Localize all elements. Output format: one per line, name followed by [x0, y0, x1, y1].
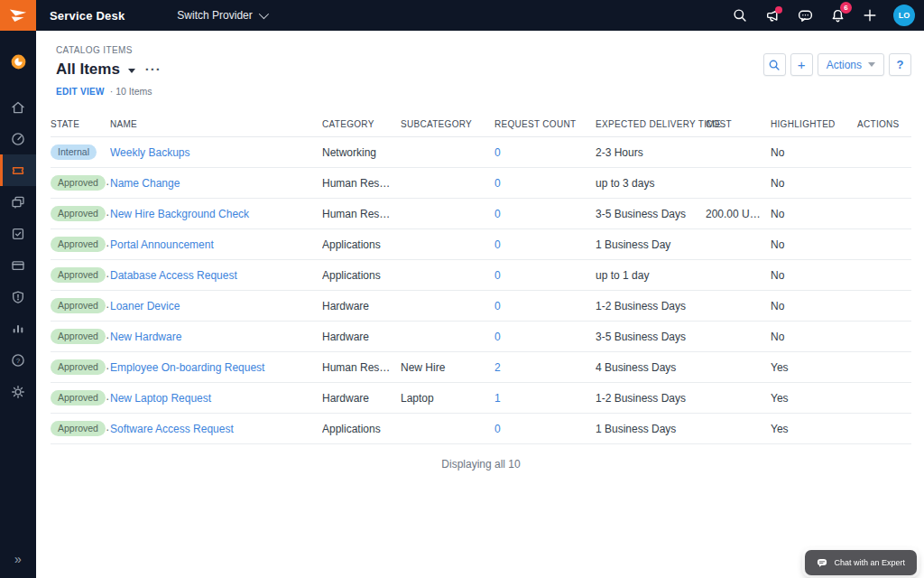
highlighted-cell: No [771, 177, 857, 190]
left-sidebar: ?» [0, 31, 36, 578]
state-badge: Approved [51, 267, 106, 284]
category-cell: Hardware [322, 300, 401, 312]
column-header-subcategory[interactable]: SUBCATEGORY [401, 119, 494, 129]
item-name-link[interactable]: New Hire Background Check [110, 208, 249, 220]
table-row[interactable]: Internal Weekly Backups Networking 0 2-3… [51, 137, 911, 168]
ticket-icon [10, 163, 26, 179]
column-header-request-count[interactable]: REQUEST COUNT [494, 119, 596, 129]
table-row[interactable]: Approved Employee On-boarding Request Hu… [51, 352, 911, 383]
sidebar-expand-button[interactable]: » [0, 547, 36, 571]
chevron-down-icon [868, 62, 875, 67]
search-button[interactable] [724, 0, 756, 31]
column-header-expected-delivery-time[interactable]: EXPECTED DELIVERY TIME [596, 119, 706, 129]
table-row[interactable]: Approved Database Access Request Applica… [51, 260, 911, 291]
plus-icon [862, 7, 878, 23]
category-cell: Human Resour... [322, 361, 401, 374]
sidebar-item-tasks[interactable] [0, 218, 36, 249]
notifications-button[interactable]: 6 [821, 0, 854, 31]
item-name-link[interactable]: Weekly Backups [110, 146, 189, 159]
table-row[interactable]: Approved New Hardware Hardware 0 3-5 Bus… [51, 322, 911, 352]
shield-alert-icon [10, 289, 26, 305]
highlighted-cell: Yes [771, 423, 857, 435]
state-badge: Approved [51, 390, 106, 406]
sidebar-item-shield-alert[interactable] [0, 281, 36, 312]
sidebar-item-settings[interactable] [0, 376, 36, 407]
search-icon [732, 7, 748, 23]
state-badge: Approved [51, 298, 106, 314]
help-button[interactable]: ? [889, 53, 911, 76]
sidebar-item-help[interactable]: ? [0, 344, 36, 376]
request-count-link[interactable]: 0 [494, 300, 501, 312]
state-badge: Approved [51, 329, 106, 345]
user-avatar[interactable]: LO [893, 5, 915, 26]
add-item-button[interactable]: + [790, 53, 813, 76]
expected-delivery-cell: 1-2 Business Days [596, 300, 706, 312]
table-footer-status: Displaying all 10 [51, 444, 911, 471]
table-row[interactable]: Approved New Hire Background Check Human… [51, 199, 911, 229]
column-header-cost[interactable]: COST [706, 119, 771, 129]
table-row[interactable]: Approved Loaner Device Hardware 0 1-2 Bu… [51, 291, 911, 322]
card-icon [10, 257, 26, 274]
create-new-button[interactable] [854, 0, 886, 31]
switch-provider-menu[interactable]: Switch Provider [177, 9, 265, 22]
expected-delivery-cell: up to 1 day [596, 269, 706, 282]
sidebar-item-card[interactable] [0, 249, 36, 281]
item-name-link[interactable]: Employee On-boarding Request [110, 361, 264, 374]
item-name-link[interactable]: Software Access Request [110, 423, 234, 435]
item-name-link[interactable]: Database Access Request [110, 269, 237, 282]
column-header-name[interactable]: NAME [110, 119, 322, 129]
sidebar-item-devices[interactable] [0, 186, 36, 218]
chat-bubble-icon [797, 7, 814, 24]
column-header-highlighted[interactable]: HIGHLIGHTED [771, 119, 857, 129]
column-header-state[interactable]: STATE [51, 119, 110, 129]
solarwinds-logo[interactable] [0, 0, 36, 31]
table-row[interactable]: Approved Portal Announcement Application… [51, 229, 911, 260]
sidebar-item-getting-started[interactable] [0, 45, 36, 78]
messages-button[interactable] [789, 0, 821, 31]
cost-cell: 200.00 USD [706, 208, 771, 220]
highlighted-cell: No [771, 269, 857, 282]
edit-view-link[interactable]: EDIT VIEW [56, 87, 105, 97]
actions-dropdown-button[interactable]: Actions [818, 53, 884, 76]
table-row[interactable]: Approved Name Change Human Resour... 0 u… [51, 168, 911, 199]
request-count-link[interactable]: 0 [494, 177, 501, 190]
table-row[interactable]: Approved Software Access Request Applica… [51, 414, 911, 444]
table-search-button[interactable] [763, 53, 786, 76]
sidebar-item-dashboard[interactable] [0, 123, 36, 154]
request-count-link[interactable]: 0 [494, 269, 501, 282]
state-badge: Approved [51, 421, 106, 437]
item-name-link[interactable]: New Hardware [110, 331, 181, 343]
table-row[interactable]: Approved New Laptop Request Hardware Lap… [51, 383, 911, 414]
request-count-link[interactable]: 0 [494, 331, 501, 343]
request-count-link[interactable]: 0 [494, 146, 501, 159]
category-cell: Applications [322, 269, 401, 282]
item-name-link[interactable]: Name Change [110, 177, 180, 190]
request-count-link[interactable]: 0 [494, 423, 501, 435]
view-selector-caret-icon[interactable] [128, 69, 135, 73]
chat-with-expert-button[interactable]: Chat with an Expert [805, 550, 917, 575]
chat-button-label: Chat with an Expert [834, 558, 905, 567]
sidebar-item-bar-chart[interactable] [0, 312, 36, 344]
request-count-link[interactable]: 0 [494, 238, 501, 251]
sidebar-item-home[interactable] [0, 91, 36, 123]
request-count-link[interactable]: 1 [494, 392, 501, 405]
main-content: CATALOG ITEMS All Items ··· EDIT VIEW · … [36, 31, 924, 578]
sidebar-item-ticket[interactable] [0, 154, 36, 186]
category-cell: Human Resour... [322, 208, 401, 220]
request-count-link[interactable]: 2 [494, 361, 501, 374]
more-options-icon[interactable]: ··· [145, 65, 162, 74]
request-count-link[interactable]: 0 [494, 208, 501, 220]
column-header-category[interactable]: CATEGORY [322, 119, 401, 129]
item-name-link[interactable]: Portal Announcement [110, 238, 214, 251]
header-action-buttons: + Actions ? [763, 53, 911, 76]
item-name-link[interactable]: New Laptop Request [110, 392, 211, 405]
item-name-link[interactable]: Loaner Device [110, 300, 180, 312]
category-cell: Applications [322, 238, 401, 251]
devices-icon [10, 194, 26, 210]
product-name: Service Desk [50, 9, 125, 23]
announcements-button[interactable] [756, 0, 789, 31]
bar-chart-icon [10, 321, 26, 337]
highlighted-cell: No [771, 238, 857, 251]
search-icon [768, 59, 781, 71]
subcategory-cell: New Hire [401, 361, 494, 374]
